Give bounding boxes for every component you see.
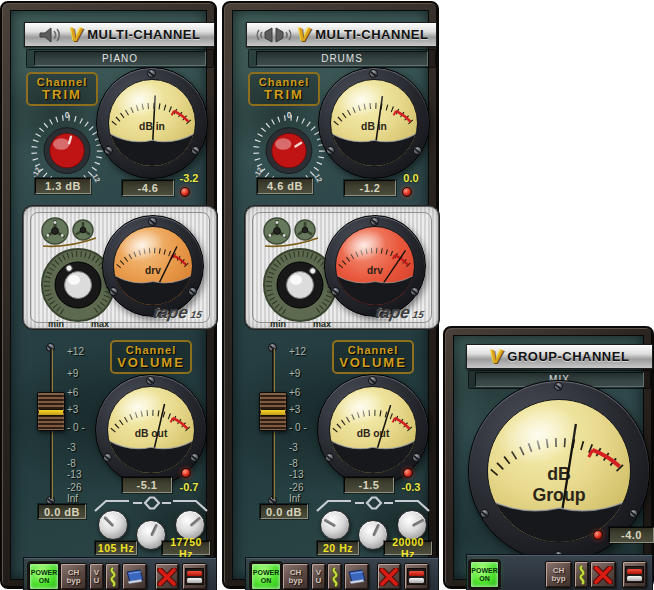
preset-bars-button[interactable] <box>182 563 207 590</box>
channel-trim-label: Channel TRIM <box>248 72 320 106</box>
input-vu-meter: dB in <box>318 67 430 179</box>
fader-scale: +12 +9 +6 +3 - 0 - -3 -8 -13 -26 Inf <box>289 342 321 500</box>
screw-icon <box>146 376 155 385</box>
tape-brand-logo: tape15 <box>151 303 204 323</box>
screw-icon <box>412 453 421 462</box>
screw-icon <box>104 146 113 155</box>
svg-text:Group: Group <box>532 485 585 505</box>
close-button[interactable] <box>155 563 179 590</box>
drive-vu-face: drv <box>113 226 193 306</box>
preset-bars-button[interactable] <box>404 563 429 590</box>
screw-icon <box>191 146 200 155</box>
output-level-display: -5.1 <box>122 477 172 493</box>
output-vu-meter: dB out <box>317 374 429 486</box>
input-peak-readout: -3.2 <box>170 172 208 184</box>
drive-vu-meter: drv <box>102 215 204 317</box>
power-on-button[interactable]: POWER ON <box>29 563 59 590</box>
cable-icon <box>107 567 119 587</box>
channel-name-groove: DRUMS <box>248 49 436 68</box>
input-peak-led[interactable] <box>180 187 190 197</box>
group-background: V GROUP-CHANNEL MIX dB Group <box>453 335 644 580</box>
svg-text:dB out: dB out <box>357 428 390 439</box>
output-peak-led[interactable] <box>181 468 191 478</box>
channel-name-field[interactable]: PIANO <box>34 51 207 66</box>
channel-trim-label: Channel TRIM <box>26 72 98 106</box>
speaker-icon <box>255 27 293 43</box>
highpass-freq-knob[interactable] <box>98 510 128 540</box>
trim-value-display: 4.6 dB <box>257 178 313 194</box>
svg-text:12: 12 <box>90 172 102 183</box>
svg-text:dB out: dB out <box>135 428 168 439</box>
channel-volume-label: Channel VOLUME <box>332 340 414 374</box>
vu-mode-button[interactable]: V U <box>89 563 104 590</box>
bottom-button-row: POWER ON CH byp V U <box>245 557 439 590</box>
svg-text:drv: drv <box>145 265 161 276</box>
screw-icon <box>109 287 118 296</box>
channel-name-field[interactable]: DRUMS <box>256 51 429 66</box>
vu-mode-button[interactable]: V U <box>311 563 326 590</box>
cable-icon-button[interactable] <box>105 563 120 590</box>
output-vu-face: dB out <box>107 386 195 474</box>
cable-icon-button[interactable] <box>574 561 589 588</box>
screw-icon <box>148 217 157 226</box>
svg-text:0: 0 <box>65 111 70 120</box>
screw-icon <box>554 382 563 391</box>
book-icon <box>346 568 368 586</box>
bottom-button-row: POWER ON CH byp V U <box>23 557 217 590</box>
power-on-button[interactable]: POWER ON <box>251 563 281 590</box>
output-peak-led[interactable] <box>403 468 413 478</box>
manual-book-button[interactable] <box>122 563 147 590</box>
plugin-title: MULTI-CHANNEL <box>315 27 428 43</box>
plugin-header: V MULTI-CHANNEL <box>24 22 215 47</box>
screw-icon <box>410 287 419 296</box>
plugin-title: MULTI-CHANNEL <box>87 27 200 43</box>
group-button-row: POWER ON CH byp <box>466 554 653 590</box>
brand-v-logo: V <box>490 347 503 366</box>
output-vu-meter: dB out <box>95 374 207 486</box>
volume-fader-handle[interactable] <box>259 392 287 431</box>
input-peak-led[interactable] <box>402 187 412 197</box>
cable-icon-button[interactable] <box>327 563 342 590</box>
channel-volume-label: Channel VOLUME <box>110 340 192 374</box>
bandpass-filter-icon <box>132 495 172 515</box>
channel-bypass-button[interactable]: CH byp <box>282 563 309 590</box>
channel-strip-background: V MULTI-CHANNEL DRUMS Channel TRIM 0 -12… <box>232 10 429 580</box>
brand-v-logo: V <box>70 25 83 44</box>
trim-value-display: 1.3 dB <box>35 178 91 194</box>
close-button[interactable] <box>590 561 616 588</box>
power-on-button[interactable]: POWER ON <box>470 561 499 588</box>
plugin-rack: V MULTI-CHANNEL PIANO Channel TRIM 0 -12… <box>0 0 654 590</box>
highpass-freq-display: 20 Hz <box>317 541 359 555</box>
svg-text:dB in: dB in <box>139 121 165 132</box>
bars-icon <box>625 566 644 583</box>
speaker-icon <box>39 27 65 43</box>
close-button[interactable] <box>377 563 401 590</box>
output-peak-readout: -0.3 <box>392 481 430 493</box>
cable-icon <box>329 567 341 587</box>
drive-vu-face: drv <box>335 226 415 306</box>
svg-text:max: max <box>313 319 331 329</box>
tape-brand-logo: tape15 <box>373 303 426 323</box>
group-title: GROUP-CHANNEL <box>507 349 629 365</box>
group-peak-led[interactable] <box>593 530 603 540</box>
output-peak-readout: -0.7 <box>170 481 208 493</box>
output-level-display: -1.5 <box>344 477 394 493</box>
preset-bars-button[interactable] <box>622 561 647 588</box>
channel-bypass-button[interactable]: CH byp <box>60 563 87 590</box>
input-vu-face: dB in <box>330 79 418 167</box>
input-level-display: -4.6 <box>122 180 174 196</box>
screw-icon <box>325 453 334 462</box>
bars-icon <box>185 568 204 585</box>
highpass-freq-knob[interactable] <box>320 510 350 540</box>
volume-fader-handle[interactable] <box>37 392 65 431</box>
tape-saturation-section: min max drv <box>245 206 439 329</box>
input-level-display: -1.2 <box>344 180 396 196</box>
drive-vu-meter: drv <box>324 215 426 317</box>
channel-bypass-button[interactable]: CH byp <box>545 561 572 588</box>
screw-icon <box>369 69 378 78</box>
manual-book-button[interactable] <box>344 563 369 590</box>
close-x-icon <box>379 568 399 586</box>
screw-icon <box>413 146 422 155</box>
channel-strip-background: V MULTI-CHANNEL PIANO Channel TRIM 0 -12… <box>10 10 207 580</box>
close-x-icon <box>593 566 613 584</box>
